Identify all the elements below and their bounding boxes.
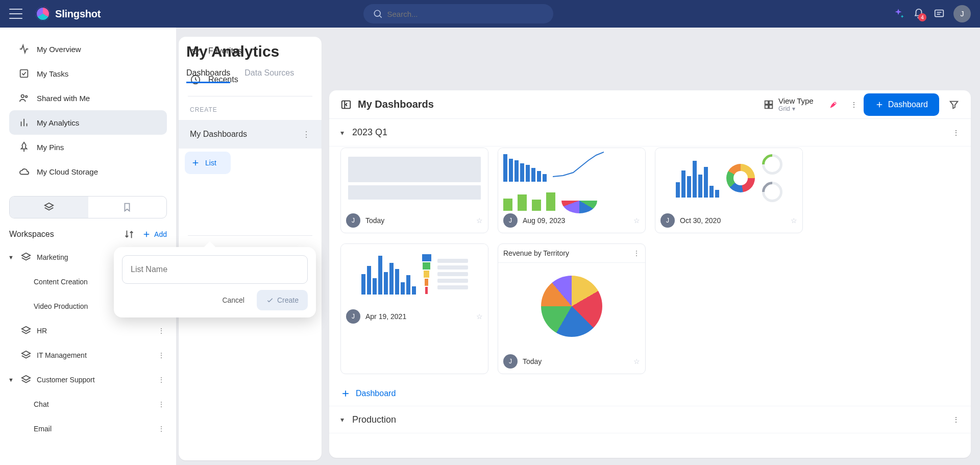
chevron-down-icon: ▾: [792, 105, 795, 112]
plus-icon: [875, 100, 884, 109]
more-icon[interactable]: ⋮: [156, 325, 167, 337]
nav-my-analytics[interactable]: My Analytics: [9, 110, 167, 135]
user-avatar[interactable]: J: [953, 5, 971, 22]
dashboard-card[interactable]: J Apr 19, 2021 ☆: [340, 243, 488, 374]
view-toggle: [9, 196, 167, 218]
dashboard-card[interactable]: J Today ☆: [340, 148, 488, 233]
brand-logo[interactable]: Slingshot: [36, 7, 101, 21]
grid-icon: [763, 99, 774, 110]
plus-icon: [142, 230, 151, 239]
more-icon[interactable]: ⋮: [156, 349, 167, 361]
star-icon[interactable]: ☆: [633, 216, 640, 225]
layers-icon: [20, 374, 32, 385]
section-title: 2023 Q1: [352, 127, 387, 138]
view-type-selector[interactable]: View Type Grid▾: [763, 96, 814, 112]
activity-icon: [18, 43, 30, 55]
card-date: Today: [523, 357, 542, 365]
more-icon[interactable]: ⋮: [156, 423, 167, 435]
ai-sparkles-icon[interactable]: [888, 4, 909, 24]
star-icon[interactable]: ☆: [791, 216, 797, 225]
check-icon: [266, 296, 274, 304]
svg-point-25: [834, 102, 836, 104]
ws-chat[interactable]: Chat ⋮: [5, 392, 171, 417]
add-workspace-button[interactable]: Add: [142, 230, 167, 239]
dashboard-card-revenue[interactable]: Revenue by Territory ⋮ J Today ☆: [498, 243, 646, 374]
mid-my-dashboards[interactable]: My Dashboards ⋮: [179, 120, 322, 149]
chevron-down-icon[interactable]: ▾: [340, 129, 344, 137]
card-more-icon[interactable]: ⋮: [633, 249, 640, 257]
star-icon[interactable]: ☆: [476, 216, 483, 225]
section-more-icon[interactable]: ⋮: [952, 129, 960, 137]
brand-mark: [36, 7, 50, 21]
add-dashboard-link[interactable]: Dashboard: [329, 381, 971, 406]
collapse-panel-icon[interactable]: [340, 99, 352, 110]
search-input[interactable]: [387, 10, 544, 18]
create-button[interactable]: Create: [257, 290, 308, 310]
cloud-icon: [18, 166, 30, 177]
mid-create-section: CREATE: [179, 100, 322, 120]
ws-it-management[interactable]: IT Management ⋮: [5, 343, 171, 368]
nav-my-pins[interactable]: My Pins: [9, 135, 167, 159]
filter-icon[interactable]: [948, 99, 960, 110]
comments-icon[interactable]: [929, 4, 949, 24]
owner-avatar: J: [503, 354, 518, 369]
more-icon[interactable]: ⋮: [156, 398, 167, 410]
cancel-button[interactable]: Cancel: [214, 290, 253, 310]
view-toggle-bookmark[interactable]: [88, 197, 167, 218]
list-name-input[interactable]: [122, 255, 308, 284]
svg-rect-21: [765, 101, 768, 104]
ws-customer-support[interactable]: ▼ Customer Support ⋮: [5, 368, 171, 392]
tab-dashboards[interactable]: Dashboards: [186, 64, 230, 83]
plus-icon: [191, 158, 200, 167]
funnel-chart: [422, 254, 431, 294]
plus-icon: [340, 388, 351, 399]
new-dashboard-button[interactable]: Dashboard: [864, 93, 939, 116]
chevron-down-icon[interactable]: ▾: [340, 415, 344, 424]
star-icon[interactable]: ☆: [633, 357, 640, 365]
card-title: Revenue by Territory: [503, 249, 569, 257]
bar-chart-icon: [18, 117, 30, 128]
ws-email[interactable]: Email ⋮: [5, 417, 171, 441]
owner-avatar: J: [660, 213, 675, 228]
svg-rect-5: [20, 70, 28, 78]
card-date: Aug 09, 2023: [523, 216, 565, 225]
owner-avatar: J: [346, 213, 360, 228]
menu-icon[interactable]: [9, 9, 22, 19]
card-date: Today: [365, 216, 384, 225]
tab-data-sources[interactable]: Data Sources: [244, 64, 294, 83]
sort-icon[interactable]: [124, 229, 135, 240]
view-toggle-layers[interactable]: [10, 197, 88, 218]
svg-line-1: [380, 16, 382, 18]
layers-icon: [20, 325, 32, 336]
card-date: Apr 19, 2021: [365, 312, 406, 321]
ws-hr[interactable]: HR ⋮: [5, 319, 171, 343]
caret-down-icon: ▼: [8, 254, 15, 260]
workspaces-heading: Workspaces: [9, 230, 54, 239]
dashboard-card[interactable]: J Aug 09, 2023 ☆: [498, 148, 646, 233]
more-icon[interactable]: ⋮: [156, 374, 167, 386]
panel-more-icon[interactable]: ⋮: [844, 101, 864, 109]
pie-chart: [541, 276, 602, 337]
rocket-icon[interactable]: [828, 99, 839, 110]
nav-my-tasks[interactable]: My Tasks: [9, 61, 167, 86]
star-icon[interactable]: ☆: [476, 312, 483, 321]
notifications-icon[interactable]: 4: [909, 4, 929, 24]
pin-icon: [18, 141, 30, 153]
nav-my-overview[interactable]: My Overview: [9, 37, 167, 61]
bookmark-icon: [121, 202, 133, 213]
owner-avatar: J: [503, 213, 518, 228]
check-square-icon: [18, 68, 30, 79]
panel-title: My Dashboards: [358, 99, 434, 110]
nav-shared-with-me[interactable]: Shared with Me: [9, 86, 167, 110]
more-icon[interactable]: ⋮: [302, 130, 310, 139]
brand-name: Slingshot: [55, 8, 101, 20]
nav-my-cloud-storage[interactable]: My Cloud Storage: [9, 159, 167, 184]
dashboard-card[interactable]: J Oct 30, 2020 ☆: [655, 148, 803, 233]
global-search[interactable]: [363, 4, 553, 23]
list-chip[interactable]: List: [185, 152, 231, 174]
svg-rect-2: [935, 10, 944, 17]
search-icon: [373, 8, 383, 19]
section-title: Production: [352, 414, 396, 425]
section-more-icon[interactable]: ⋮: [952, 415, 960, 424]
svg-point-7: [26, 95, 28, 97]
